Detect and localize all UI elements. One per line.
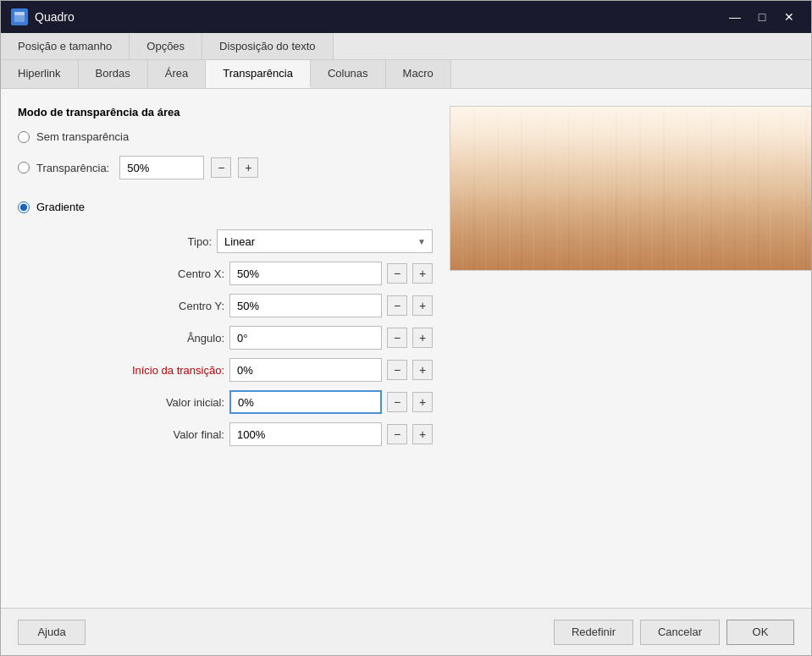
angulo-minus-btn[interactable]: − [387, 328, 407, 348]
footer: Ajuda Redefinir Cancelar OK [1, 608, 811, 655]
radio-trans-input[interactable] [18, 162, 30, 174]
cancel-button[interactable]: Cancelar [640, 620, 720, 645]
form-row-tipo: Tipo: Linear Radial Elíptico Quadrado Re… [18, 225, 433, 257]
tab-disposicao[interactable]: Disposição do texto [202, 33, 333, 59]
valor-final-input[interactable] [229, 422, 382, 446]
title-bar: Quadro — □ ✕ [1, 1, 811, 33]
maximize-button[interactable]: □ [750, 8, 774, 26]
form-row-centroy: Centro Y: − + [18, 289, 433, 322]
app-icon [11, 8, 28, 25]
tab-macro[interactable]: Macro [386, 60, 451, 88]
label-centroy: Centro Y: [89, 300, 224, 312]
tab-hiperlink[interactable]: Hiperlink [1, 60, 79, 88]
inicio-plus-btn[interactable]: + [412, 360, 433, 380]
dialog-title: Quadro [35, 10, 75, 24]
gradient-title-row: Gradiente [18, 201, 433, 213]
angulo-input[interactable] [229, 326, 382, 350]
inicio-minus-btn[interactable]: − [387, 360, 407, 380]
radio-sem-input[interactable] [18, 131, 30, 143]
help-button[interactable]: Ajuda [18, 620, 86, 645]
valor-inicial-plus-btn[interactable]: + [412, 392, 433, 412]
radio-gradiente[interactable]: Gradiente [18, 201, 85, 213]
label-centrox: Centro X: [89, 267, 224, 280]
radio-grad-input[interactable] [18, 201, 30, 213]
gradient-section: Gradiente Tipo: Linear Radial Elíptico [18, 201, 433, 450]
transparencia-plus-btn[interactable]: + [238, 157, 258, 178]
title-bar-controls: — □ ✕ [723, 8, 801, 26]
left-panel: Modo de transparência da área Sem transp… [18, 106, 433, 591]
tipo-select[interactable]: Linear Radial Elíptico Quadrado Retangul… [217, 229, 433, 253]
radio-sem-label: Sem transparência [36, 130, 129, 143]
tab-row-2: Hiperlink Bordas Área Transparência Colu… [1, 60, 811, 89]
centrox-minus-btn[interactable]: − [387, 263, 407, 284]
inicio-input[interactable] [229, 358, 382, 382]
form-row-inicio: Início da transição: − + [18, 354, 433, 386]
footer-right: Redefinir Cancelar OK [554, 620, 794, 645]
close-button[interactable]: ✕ [777, 8, 801, 26]
radio-group: Sem transparência Transparência: − + [18, 130, 433, 184]
form-row-valor-final: Valor final: − + [18, 418, 433, 450]
radio-sem-transparencia[interactable]: Sem transparência [18, 130, 433, 143]
wood-texture-svg [450, 107, 811, 271]
right-panel [450, 106, 811, 591]
tab-area[interactable]: Área [148, 60, 206, 88]
dialog: Quadro — □ ✕ Posição e tamanho Opções Di… [0, 0, 812, 656]
transparencia-minus-btn[interactable]: − [211, 157, 231, 178]
centrox-input[interactable] [229, 262, 382, 285]
form-row-valor-inicial: Valor inicial: − + [18, 386, 433, 418]
radio-trans-label: Transparência: [36, 162, 109, 174]
label-valor-final: Valor final: [89, 428, 224, 441]
valor-final-minus-btn[interactable]: − [387, 424, 407, 444]
tab-opcoes[interactable]: Opções [130, 33, 202, 59]
radio-transparencia[interactable]: Transparência: [18, 162, 109, 174]
form-rows: Tipo: Linear Radial Elíptico Quadrado Re… [18, 225, 433, 450]
tab-transparencia[interactable]: Transparência [206, 60, 311, 88]
valor-final-plus-btn[interactable]: + [412, 424, 433, 444]
tab-row-1: Posição e tamanho Opções Disposição do t… [1, 33, 811, 60]
content-area: Modo de transparência da área Sem transp… [1, 89, 811, 608]
minimize-button[interactable]: — [723, 8, 747, 26]
transparencia-value-input[interactable] [119, 156, 204, 179]
label-tipo: Tipo: [76, 235, 212, 248]
centrox-plus-btn[interactable]: + [412, 263, 433, 284]
form-row-centrox: Centro X: − + [18, 257, 433, 289]
centroy-minus-btn[interactable]: − [387, 295, 407, 316]
radio-grad-label: Gradiente [36, 201, 85, 213]
valor-inicial-minus-btn[interactable]: − [387, 392, 407, 412]
svg-rect-1 [14, 12, 25, 15]
footer-left: Ajuda [18, 620, 86, 645]
tab-posicao[interactable]: Posição e tamanho [1, 33, 130, 59]
svg-rect-33 [450, 107, 811, 271]
centroy-input[interactable] [229, 294, 382, 317]
section-title: Modo de transparência da área [18, 106, 433, 119]
label-valor-inicial: Valor inicial: [89, 396, 224, 409]
title-bar-left: Quadro [11, 8, 75, 25]
form-row-angulo: Ângulo: − + [18, 322, 433, 354]
ok-button[interactable]: OK [726, 620, 794, 645]
tab-colunas[interactable]: Colunas [311, 60, 386, 88]
label-angulo: Ângulo: [89, 332, 224, 345]
angulo-plus-btn[interactable]: + [412, 328, 433, 348]
preview-image [450, 106, 811, 271]
reset-button[interactable]: Redefinir [554, 620, 633, 645]
label-inicio: Início da transição: [89, 364, 224, 377]
tipo-select-wrapper: Linear Radial Elíptico Quadrado Retangul… [217, 229, 433, 253]
transparencia-row: Transparência: − + [18, 152, 433, 184]
valor-inicial-input[interactable] [229, 390, 382, 414]
tab-bordas[interactable]: Bordas [79, 60, 148, 88]
centroy-plus-btn[interactable]: + [412, 295, 433, 316]
